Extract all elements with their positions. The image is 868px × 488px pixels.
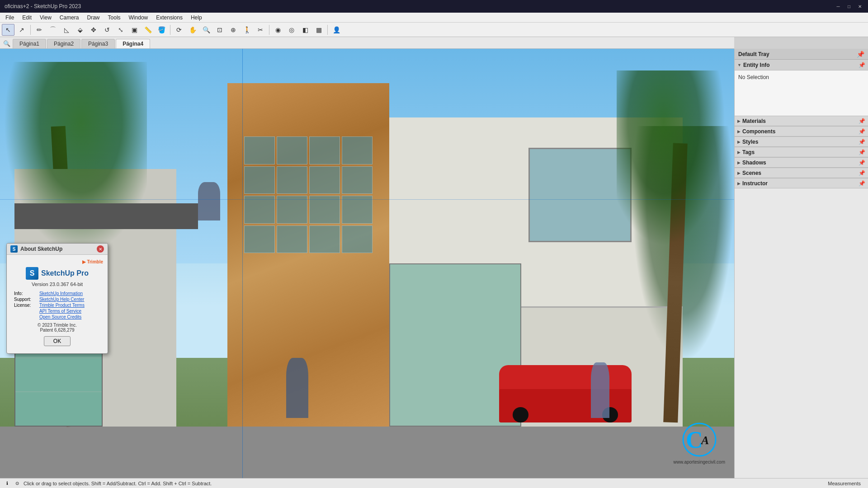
right-panel: Default Tray 📌 ▼ Entity Info 📌 No Select…	[734, 49, 868, 478]
tags-pin[interactable]: 📌	[859, 149, 865, 155]
about-ok-row: OK	[11, 336, 103, 349]
panel-title: Default Tray	[738, 51, 769, 57]
styles-pin[interactable]: 📌	[859, 139, 865, 145]
info-link[interactable]: SketchUp Information	[39, 291, 83, 296]
toolbar-separator-4	[327, 25, 328, 35]
license-link[interactable]: Trimble Product Terms	[39, 303, 85, 308]
panel-pin-button[interactable]: 📌	[857, 51, 864, 58]
menu-window[interactable]: Window	[125, 14, 152, 22]
about-dialog-body: ▶ Trimble S SketchUp Pro Version 23.0.36…	[7, 255, 108, 353]
entity-info-section: ▼ Entity Info 📌 No Selection	[735, 60, 868, 116]
scenes-header[interactable]: ▶ Scenes 📌	[735, 168, 868, 178]
menu-camera[interactable]: Camera	[56, 14, 83, 22]
construction-line-horizontal	[0, 199, 734, 200]
pages-bar: 🔍 Página1 Página2 Página3 Página4	[0, 37, 734, 49]
zoom-window-button[interactable]: ⊡	[213, 24, 226, 36]
page-tab-1[interactable]: Página1	[13, 39, 46, 48]
shapes-tool-button[interactable]: ◺	[60, 24, 73, 36]
shadows-pin[interactable]: 📌	[859, 160, 865, 166]
about-dialog-titlebar[interactable]: S About SketchUp ✕	[7, 244, 108, 255]
offset-button[interactable]: ▣	[128, 24, 141, 36]
menu-help[interactable]: Help	[187, 14, 206, 22]
measurements-label: Measurements	[828, 481, 864, 486]
menu-file[interactable]: File	[2, 14, 18, 22]
style-mode-4-button[interactable]: ▦	[312, 24, 325, 36]
svg-text:A: A	[700, 434, 709, 447]
section-plane-button[interactable]: ✂	[254, 24, 267, 36]
awning-left	[14, 203, 198, 229]
titlebar: oficinas+2 - SketchUp Pro 2023 ─ □ ✕	[0, 0, 868, 13]
menubar: File Edit View Camera Draw Tools Window …	[0, 13, 868, 23]
opensource-link[interactable]: Open Source Credits	[39, 314, 81, 319]
menu-draw[interactable]: Draw	[84, 14, 104, 22]
watermark-url: www.aportesingecivil.com	[674, 460, 726, 465]
components-header[interactable]: ▶ Components 📌	[735, 127, 868, 136]
account-button[interactable]: 👤	[330, 24, 343, 36]
scale-button[interactable]: ⤡	[114, 24, 127, 36]
minimize-button[interactable]: ─	[835, 3, 842, 10]
tags-arrow: ▶	[737, 150, 741, 155]
page-search-button[interactable]: 🔍	[2, 38, 12, 48]
instructor-header[interactable]: ▶ Instructor 📌	[735, 178, 868, 188]
about-dialog-icon: S	[10, 245, 18, 253]
pencil-tool-button[interactable]: ✏	[33, 24, 46, 36]
paint-button[interactable]: 🪣	[155, 24, 168, 36]
close-button[interactable]: ✕	[856, 3, 863, 10]
panel-header: Default Tray 📌	[735, 49, 868, 60]
menu-edit[interactable]: Edit	[19, 14, 35, 22]
support-label: Support:	[13, 296, 38, 302]
component-select-button[interactable]: ↗	[15, 24, 28, 36]
style-mode-2-button[interactable]: ◎	[285, 24, 298, 36]
entity-info-pin[interactable]: 📌	[859, 62, 865, 68]
product-name: SketchUp Pro	[41, 269, 89, 277]
page-tab-3[interactable]: Página3	[81, 39, 115, 48]
about-dialog-close-button[interactable]: ✕	[97, 245, 104, 253]
pan-button[interactable]: ✋	[186, 24, 199, 36]
materials-pin[interactable]: 📌	[859, 118, 865, 124]
components-arrow: ▶	[737, 129, 741, 134]
orbit-button[interactable]: ⟳	[173, 24, 185, 36]
building-right-window	[528, 148, 631, 242]
walk-button[interactable]: 🚶	[241, 24, 253, 36]
toolbar: ↖ ↗ ✏ ⌒ ◺ ⬙ ✥ ↺ ⤡ ▣ 📏 🪣 ⟳ ✋ 🔍 ⊡ ⊕ 🚶 ✂ ◉ …	[0, 23, 868, 37]
components-pin[interactable]: 📌	[859, 128, 865, 135]
rotate-button[interactable]: ↺	[101, 24, 113, 36]
palm-tree-right	[617, 70, 734, 414]
watermark: C A www.aportesingecivil.com	[674, 422, 726, 465]
materials-header[interactable]: ▶ Materials 📌	[735, 116, 868, 126]
about-info-section: Info: SketchUp Information Support: Sket…	[11, 291, 103, 320]
api-terms-link[interactable]: API Terms of Service	[39, 309, 81, 314]
tape-button[interactable]: 📏	[142, 24, 154, 36]
move-button[interactable]: ✥	[87, 24, 100, 36]
entity-info-header[interactable]: ▼ Entity Info 📌	[735, 60, 868, 70]
zoom-button[interactable]: 🔍	[200, 24, 212, 36]
shadows-header[interactable]: ▶ Shadows 📌	[735, 158, 868, 168]
styles-header[interactable]: ▶ Styles 📌	[735, 137, 868, 147]
watermark-svg: C A	[681, 422, 717, 458]
zoom-extents-button[interactable]: ⊕	[227, 24, 240, 36]
support-link[interactable]: SketchUp Help Center	[39, 297, 85, 302]
person-street-right	[591, 362, 609, 418]
about-ok-button[interactable]: OK	[44, 336, 71, 346]
info-label: Info:	[13, 291, 38, 296]
menu-tools[interactable]: Tools	[104, 14, 124, 22]
sketchup-name-area: SketchUp Pro	[41, 269, 89, 277]
toolbar-separator-2	[170, 25, 170, 35]
push-pull-button[interactable]: ⬙	[74, 24, 86, 36]
viewport[interactable]: C A www.aportesingecivil.com S About Ske…	[0, 49, 734, 478]
page-tab-4[interactable]: Página4	[116, 39, 150, 48]
toolbar-separator-1	[30, 25, 31, 35]
road-surface	[0, 427, 734, 478]
instructor-pin[interactable]: 📌	[859, 180, 865, 187]
menu-view[interactable]: View	[36, 14, 55, 22]
window-grid	[242, 135, 374, 255]
style-mode-3-button[interactable]: ◧	[299, 24, 311, 36]
maximize-button[interactable]: □	[845, 3, 853, 10]
page-tab-2[interactable]: Página2	[47, 39, 80, 48]
select-tool-button[interactable]: ↖	[2, 24, 14, 36]
style-mode-1-button[interactable]: ◉	[272, 24, 284, 36]
tags-header[interactable]: ▶ Tags 📌	[735, 147, 868, 157]
menu-extensions[interactable]: Extensions	[152, 14, 186, 22]
scenes-pin[interactable]: 📌	[859, 170, 865, 176]
arc-tool-button[interactable]: ⌒	[47, 24, 59, 36]
